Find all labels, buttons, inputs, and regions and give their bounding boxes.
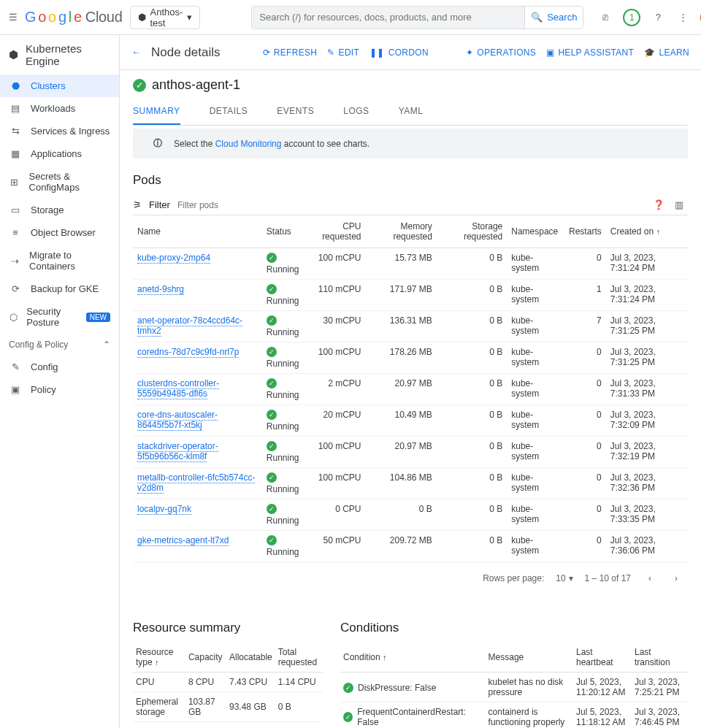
back-arrow-icon[interactable]: ← (131, 47, 141, 58)
filter-label: Filter (149, 199, 170, 210)
rs-col-alloc[interactable]: Allocatable (226, 643, 275, 673)
pod-status-text: Running (267, 453, 299, 463)
pod-status-text: Running (267, 359, 299, 369)
pod-ns: kube-system (507, 499, 564, 531)
pods-filter-row: ⚞ Filter ❓ ▥ (133, 195, 688, 215)
cond-col-msg[interactable]: Message (486, 643, 573, 673)
col-cpu[interactable]: CPU requested (304, 215, 366, 248)
sidebar-item-security-posture[interactable]: ⬡Security PostureNEW (0, 300, 119, 334)
logo-cloud-text: Cloud (85, 9, 123, 26)
sidebar-icon: ≡ (9, 227, 22, 238)
pod-link[interactable]: kube-proxy-2mp64 (137, 253, 210, 264)
status-ok-icon: ✓ (267, 284, 277, 294)
hamburger-icon[interactable]: ☰ (9, 10, 18, 25)
more-icon[interactable]: ⋮ (675, 10, 690, 25)
pod-link[interactable]: anet-operator-78c4ccd64c-tmhx2 (137, 315, 242, 337)
table-row: ✓FrequentContainerdRestart: False contai… (340, 702, 688, 729)
pod-ns: kube-system (507, 468, 564, 499)
sidebar-item-storage[interactable]: ▭Storage (0, 199, 119, 221)
col-stor[interactable]: Storage requested (437, 215, 507, 248)
rows-per-page-select[interactable]: 10 ▾ (556, 573, 572, 583)
rs-col-req[interactable]: Total requested (275, 643, 323, 673)
rs-type: CPU (133, 673, 185, 692)
rs-col-type[interactable]: Resource type ↑ (133, 643, 185, 673)
help-assistant-button[interactable]: ▣HELP ASSISTANT (546, 47, 634, 58)
sidebar-item-label: Storage (31, 204, 64, 215)
refresh-button[interactable]: ⟳REFRESH (263, 47, 318, 58)
column-selector-icon[interactable]: ▥ (675, 199, 683, 210)
tab-events[interactable]: EVENTS (277, 99, 314, 125)
col-mem[interactable]: Memory requested (366, 215, 437, 248)
sidebar-item-label: Secrets & ConfigMaps (29, 171, 110, 193)
rs-cap: 8 CPU (185, 673, 226, 692)
filter-input[interactable] (177, 200, 688, 210)
sidebar-item-object-browser[interactable]: ≡Object Browser (0, 221, 119, 244)
cond-col-trans[interactable]: Last transition (632, 643, 688, 673)
sidebar-section-list: ✎Config▣Policy (0, 356, 119, 401)
pod-ns: kube-system (507, 248, 564, 280)
sidebar-item-clusters[interactable]: ⬣Clusters (0, 74, 119, 97)
sidebar-item-workloads[interactable]: ▤Workloads (0, 97, 119, 120)
pod-link[interactable]: coredns-78d7c9c9fd-nrl7p (137, 347, 239, 358)
pod-restarts: 0 (564, 437, 606, 468)
sidebar-product-header[interactable]: ⬢ Kubernetes Engine (0, 35, 119, 74)
notifications-indicator[interactable]: 1 (623, 9, 640, 26)
sidebar-item-config[interactable]: ✎Config (0, 356, 119, 378)
pod-link[interactable]: anetd-9shrg (137, 284, 184, 295)
search-button[interactable]: 🔍 Search (524, 7, 583, 28)
pod-created: Jul 3, 2023, 7:32:09 PM (606, 405, 688, 437)
pager-next[interactable]: › (669, 571, 683, 586)
operations-button[interactable]: ✦OPERATIONS (466, 47, 536, 58)
pod-created: Jul 3, 2023, 7:33:35 PM (606, 499, 688, 531)
sidebar-item-migrate-to-containers[interactable]: ⇢Migrate to Containers (0, 244, 119, 277)
pod-link[interactable]: gke-metrics-agent-lt7xd (137, 535, 229, 546)
logo[interactable]: Google Cloud (25, 9, 123, 26)
condition-msg: kubelet has no disk pressure (486, 673, 573, 702)
help-circled-icon[interactable]: ❓ (653, 199, 664, 210)
pod-link[interactable]: core-dns-autoscaler-86445f5b7f-xt5kj (137, 410, 218, 431)
project-picker[interactable]: ⬢ Anthos-test ▾ (130, 6, 201, 29)
edit-button[interactable]: ✎EDIT (327, 47, 359, 58)
col-namespace[interactable]: Namespace (507, 215, 564, 248)
status-ok-icon: ✓ (267, 253, 277, 263)
sidebar-icon: ⇆ (9, 126, 22, 137)
col-created[interactable]: Created on ↑ (606, 215, 688, 248)
tab-logs[interactable]: LOGS (343, 99, 369, 125)
sidebar-item-label: Migrate to Containers (29, 250, 110, 272)
filter-icon[interactable]: ⚞ (133, 199, 142, 210)
kubernetes-icon: ⬢ (9, 48, 18, 61)
cond-col-cond[interactable]: Condition ↑ (340, 643, 486, 673)
sidebar-item-policy[interactable]: ▣Policy (0, 378, 119, 401)
help-icon[interactable]: ? (651, 10, 665, 25)
tab-summary[interactable]: SUMMARY (133, 99, 180, 125)
pod-link[interactable]: localpv-gq7nk (137, 504, 191, 515)
col-restarts[interactable]: Restarts (564, 215, 606, 248)
col-name[interactable]: Name (133, 215, 262, 248)
cloud-monitoring-link[interactable]: Cloud Monitoring (215, 139, 282, 149)
tab-yaml[interactable]: YAML (399, 99, 424, 125)
sidebar-item-services-ingress[interactable]: ⇆Services & Ingress (0, 120, 119, 142)
pager-prev[interactable]: ‹ (643, 571, 657, 586)
sidebar-item-backup-for-gke[interactable]: ⟳Backup for GKE (0, 277, 119, 300)
pod-stor: 0 B (437, 405, 507, 437)
resource-summary-title: Resource summary (133, 621, 323, 635)
pod-link[interactable]: metallb-controller-6fc5b574cc-v2d8m (137, 472, 255, 494)
pod-status-text: Running (267, 327, 299, 337)
search-input[interactable] (252, 7, 524, 28)
learn-button[interactable]: 🎓LEARN (644, 47, 689, 58)
sidebar-section-config-policy[interactable]: Config & Policy ⌃ (0, 334, 119, 356)
rs-col-cap[interactable]: Capacity (185, 643, 226, 673)
cordon-button[interactable]: ❚❚CORDON (369, 47, 429, 58)
pod-link[interactable]: stackdriver-operator-5f5b96b56c-klm8f (137, 441, 218, 462)
sidebar-item-applications[interactable]: ▦Applications (0, 142, 119, 165)
table-row: gke-metrics-agent-lt7xd ✓Running 50 mCPU… (133, 531, 688, 562)
pod-created: Jul 3, 2023, 7:36:06 PM (606, 531, 688, 562)
pod-cpu: 100 mCPU (304, 248, 366, 280)
tab-details[interactable]: DETAILS (210, 99, 248, 125)
cloud-shell-icon[interactable]: ⎚ (598, 10, 613, 25)
pod-link[interactable]: clusterdns-controller-5559b49485-dfl6s (137, 378, 219, 399)
pod-mem: 20.97 MB (366, 374, 437, 405)
sidebar-item-secrets-configmaps[interactable]: ⊞Secrets & ConfigMaps (0, 165, 119, 199)
cond-col-hb[interactable]: Last heartbeat (573, 643, 632, 673)
col-status[interactable]: Status (262, 215, 304, 248)
